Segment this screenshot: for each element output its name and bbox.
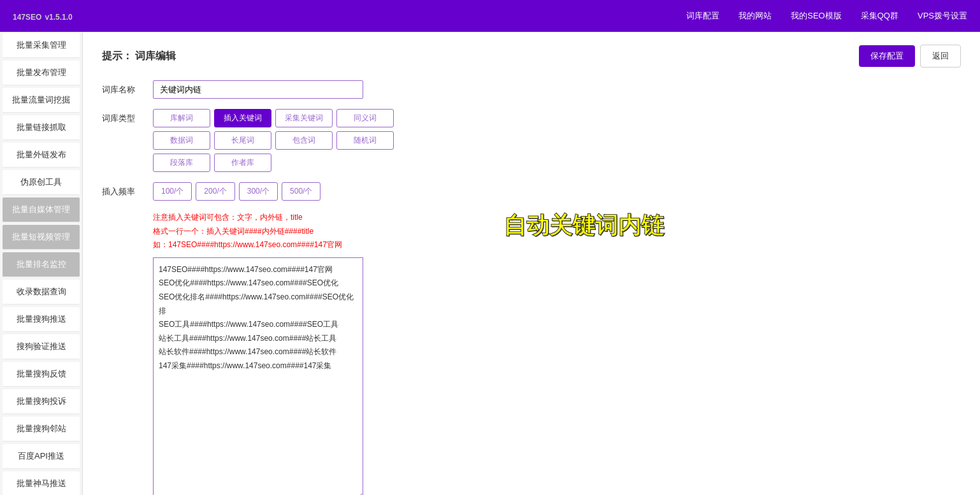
sidebar-item-sogou-verify[interactable]: 搜狗验证推送 xyxy=(3,334,80,359)
page-header: 提示： 词库编辑 保存配置 返回 xyxy=(102,45,961,68)
sidebar-item-batch-traffic[interactable]: 批量流量词挖掘 xyxy=(3,88,80,113)
sidebar: 批量采集管理 批量发布管理 批量流量词挖掘 批量链接抓取 批量外链发布 伪原创工… xyxy=(0,32,83,495)
type-btn-1[interactable]: 插入关键词 xyxy=(214,109,271,127)
sidebar-item-shenma-push[interactable]: 批量神马推送 xyxy=(3,471,80,495)
freq-buttons-group: 100/个 200/个 300/个 500/个 xyxy=(153,182,961,201)
type-content: 库解词 插入关键词 采集关键词 同义词 数据词 长尾词 包含词 随机词 段落库 … xyxy=(153,109,961,172)
sidebar-item-sogou-feedback[interactable]: 批量搜狗反馈 xyxy=(3,362,80,387)
freq-label: 插入频率 xyxy=(102,182,153,197)
nav-vps[interactable]: VPS拨号设置 xyxy=(918,10,967,22)
type-btn-5[interactable]: 长尾词 xyxy=(214,131,271,150)
sidebar-item-batch-video: 批量短视频管理 xyxy=(3,225,80,250)
sidebar-item-batch-publish[interactable]: 批量发布管理 xyxy=(3,61,80,85)
type-btn-8[interactable]: 段落库 xyxy=(153,154,210,172)
main-layout: 批量采集管理 批量发布管理 批量流量词挖掘 批量链接抓取 批量外链发布 伪原创工… xyxy=(0,32,980,495)
big-decorative-title: 自动关键词内链 xyxy=(503,210,664,241)
notice-row: 注意插入关键词可包含：文字，内外链，title 格式一行一个：插入关键词####… xyxy=(102,211,961,495)
nav-seotemplate[interactable]: 我的SEO模版 xyxy=(791,10,841,22)
type-btn-9[interactable]: 作者库 xyxy=(214,154,271,172)
name-input[interactable] xyxy=(153,80,363,99)
page-title: 提示： 词库编辑 xyxy=(102,50,859,63)
name-row: 词库名称 xyxy=(102,80,961,99)
type-buttons-grid: 库解词 插入关键词 采集关键词 同义词 数据词 长尾词 包含词 随机词 段落库 … xyxy=(153,109,961,172)
version-text: v1.5.1.0 xyxy=(45,13,72,22)
app-logo: 147SEO v1.5.1.0 xyxy=(13,10,73,23)
freq-btn-300[interactable]: 300/个 xyxy=(239,182,278,201)
freq-btn-200[interactable]: 200/个 xyxy=(196,182,234,201)
sidebar-item-sogou-push[interactable]: 批量搜狗推送 xyxy=(3,307,80,332)
nav-wordlib[interactable]: 词库配置 xyxy=(686,10,719,22)
notice-content: 注意插入关键词可包含：文字，内外链，title 格式一行一个：插入关键词####… xyxy=(153,211,961,495)
notice-label-spacer xyxy=(102,211,153,215)
sidebar-item-sogou-complaint[interactable]: 批量搜狗投诉 xyxy=(3,389,80,414)
type-row: 词库类型 库解词 插入关键词 采集关键词 同义词 数据词 长尾词 包含词 随机词… xyxy=(102,109,961,172)
type-btn-0[interactable]: 库解词 xyxy=(153,109,210,127)
type-btn-4[interactable]: 数据词 xyxy=(153,131,210,150)
name-content xyxy=(153,80,961,99)
sidebar-item-batch-external[interactable]: 批量外链发布 xyxy=(3,143,80,168)
freq-btn-500[interactable]: 500/个 xyxy=(282,182,321,201)
type-btn-2[interactable]: 采集关键词 xyxy=(275,109,333,127)
type-btn-6[interactable]: 包含词 xyxy=(275,131,333,150)
sidebar-item-batch-media: 批量自媒体管理 xyxy=(3,197,80,222)
sidebar-item-batch-ranking: 批量排名监控 xyxy=(3,252,80,277)
sidebar-item-data-query[interactable]: 收录数据查询 xyxy=(3,280,80,305)
freq-row: 插入频率 100/个 200/个 300/个 500/个 xyxy=(102,182,961,201)
freq-content: 100/个 200/个 300/个 500/个 xyxy=(153,182,961,201)
type-label: 词库类型 xyxy=(102,109,153,124)
type-btn-3[interactable]: 同义词 xyxy=(336,109,394,127)
type-btn-7[interactable]: 随机词 xyxy=(336,131,394,150)
nav-mysite[interactable]: 我的网站 xyxy=(739,10,772,22)
nav-items: 词库配置 我的网站 我的SEO模版 采集QQ群 VPS拨号设置 xyxy=(686,10,967,22)
sidebar-item-batch-link[interactable]: 批量链接抓取 xyxy=(3,115,80,140)
back-button[interactable]: 返回 xyxy=(920,45,961,68)
top-navigation: 147SEO v1.5.1.0 词库配置 我的网站 我的SEO模版 采集QQ群 … xyxy=(0,0,980,32)
logo-text: 147SEO xyxy=(13,13,41,22)
keyword-textarea[interactable]: 147SEO####https://www.147seo.com####147官… xyxy=(153,257,363,495)
save-button[interactable]: 保存配置 xyxy=(859,45,915,67)
content-area: 提示： 词库编辑 保存配置 返回 词库名称 词库类型 库解词 插入关键词 采集关… xyxy=(83,32,980,495)
nav-qqgroup[interactable]: 采集QQ群 xyxy=(861,10,898,22)
name-label: 词库名称 xyxy=(102,80,153,96)
sidebar-item-batch-collect[interactable]: 批量采集管理 xyxy=(3,33,80,58)
sidebar-item-sogou-neighbor[interactable]: 批量搜狗邻站 xyxy=(3,417,80,441)
sidebar-item-baidu-api[interactable]: 百度API推送 xyxy=(3,444,80,469)
freq-btn-100[interactable]: 100/个 xyxy=(153,182,192,201)
sidebar-item-pseudo-original[interactable]: 伪原创工具 xyxy=(3,170,80,195)
